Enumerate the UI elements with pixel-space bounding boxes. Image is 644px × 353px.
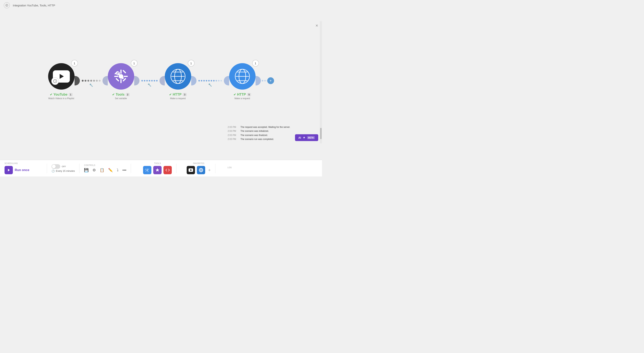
wrench-icon-3[interactable]: 🔧: [208, 83, 212, 87]
globe-icon-1: [170, 68, 186, 85]
tools-section: TOOLS: [143, 162, 172, 174]
module-youtube-label: ✔ YouTube 1 Watch Videos in a Playlist: [48, 93, 74, 100]
globe-fav-icon: [199, 168, 203, 172]
module-http1-name: ✔ HTTP 3: [169, 93, 187, 96]
log-msg-4: The scenario run was completed.: [240, 137, 274, 141]
tools-icon-row: [143, 166, 172, 174]
toggle-off-label: OFF: [62, 165, 66, 168]
log-entry-1: 2:03 PM The request was accepted. Waitin…: [228, 125, 318, 129]
log-msg-1: The request was accepted. Waiting for th…: [240, 125, 290, 129]
module-http2-badge: 5: [247, 93, 251, 96]
schedule-frequency: 🕐 Every 15 minutes: [52, 170, 75, 173]
notes-icon[interactable]: 📋: [100, 168, 104, 172]
connector-dots-1: [80, 80, 102, 82]
module-tools-label: ✔ Tools 2 Set variable: [112, 93, 130, 100]
controls-label: CONTROLS: [84, 164, 95, 166]
save-icon[interactable]: 💾: [84, 168, 89, 172]
settings-icon[interactable]: ⚙: [92, 168, 96, 172]
svg-rect-3: [120, 70, 122, 74]
module-youtube-name: ✔ YouTube 1: [48, 93, 74, 96]
youtube-fav-button[interactable]: [187, 166, 195, 174]
frequency-label: Every 15 minutes: [56, 170, 75, 172]
wrench-icon-1[interactable]: 🔧: [89, 83, 93, 87]
toggle-knob: [52, 165, 56, 168]
module-http2[interactable]: 1 ✔ HTTP 5 Make a request: [229, 63, 256, 100]
close-button[interactable]: ✕: [314, 23, 319, 28]
controls-icons: 💾 ⚙ 📋 ✏️ ⤵ •••: [84, 168, 126, 172]
log-section: LOG: [228, 166, 232, 170]
log-msg-2: The scenario was initialized.: [240, 129, 269, 133]
run-once-button[interactable]: Run once: [4, 166, 29, 174]
log-time-2: 2:03 PM: [228, 129, 238, 133]
globe-fav-button[interactable]: [197, 166, 205, 174]
tools-section-label: TOOLS: [154, 162, 161, 164]
ai-icon: [302, 136, 306, 139]
youtube-clock-icon: [51, 77, 59, 85]
check-icon-http2: ✔: [234, 93, 236, 96]
divider-1: [47, 164, 47, 173]
code-icon: [165, 168, 170, 172]
module-tools-badge: 2: [126, 93, 130, 96]
check-icon-http1: ✔: [169, 93, 172, 96]
back-button[interactable]: [4, 2, 10, 8]
log-time-4: 2:03 PM: [228, 137, 238, 141]
module-http2-subtitle: Make a request: [234, 97, 251, 100]
connector-tab-left-4: [224, 76, 229, 85]
gear-icon: [145, 168, 150, 172]
flow-icon[interactable]: ⤵: [117, 168, 118, 172]
module-youtube-subtitle: Watch Videos in a Playlist: [48, 97, 74, 100]
more-icon[interactable]: •••: [122, 168, 126, 172]
divider-3: [131, 164, 131, 173]
beta-badge: BETA: [307, 136, 315, 139]
header: Integration YouTube, Tools, HTTP: [0, 0, 322, 10]
star-icon: [155, 168, 160, 172]
run-once-play-icon: [4, 166, 13, 174]
favorites-section: FAVORITES +: [187, 162, 211, 174]
module-http2-name: ✔ HTTP 5: [234, 93, 251, 96]
svg-rect-9: [116, 78, 119, 82]
divider-2: [79, 164, 80, 173]
check-icon-tools: ✔: [112, 93, 114, 96]
code-tool-button[interactable]: [164, 166, 172, 174]
connector-tab-right-end: [256, 76, 261, 85]
connector-dots-2: [140, 80, 160, 81]
svg-rect-5: [114, 76, 118, 77]
bottom-bar: SCHEDULING Run once OFF 🕐 Every 15 minut…: [0, 160, 322, 176]
wrench-icon-2[interactable]: 🔧: [148, 83, 151, 87]
connector-tab-left-3: [160, 76, 165, 85]
play-icon: [7, 168, 10, 172]
module-youtube[interactable]: 1 ✔ YouTube 1 Wa: [48, 63, 74, 100]
schedule-toggle[interactable]: [52, 164, 60, 169]
connector-dots-3: [196, 80, 224, 81]
http2-circle: [229, 63, 256, 90]
star-tool-button[interactable]: [153, 166, 162, 174]
gear-tool-button[interactable]: [143, 166, 151, 174]
connector-1: 🔧: [74, 76, 108, 85]
http1-circle: [165, 63, 191, 90]
tools-circle: [108, 63, 134, 90]
log-time-1: 2:03 PM: [228, 125, 238, 129]
module-tools[interactable]: 1: [108, 63, 134, 100]
connector-end: +: [256, 76, 274, 85]
module-badge-3: 1: [188, 60, 194, 66]
globe-icon-2: [234, 68, 251, 85]
add-favorite-button[interactable]: +: [208, 167, 211, 173]
connector-2: 🔧: [134, 76, 165, 85]
run-once-label: Run once: [15, 168, 29, 172]
favorites-icon-row: +: [187, 166, 211, 174]
yt-fav-icon: [188, 168, 193, 172]
module-http1-label: ✔ HTTP 3 Make a request: [169, 93, 187, 100]
module-http1-badge: 3: [183, 93, 187, 96]
module-youtube-badge: 1: [69, 93, 73, 96]
add-module-button[interactable]: +: [267, 77, 274, 84]
ai-button[interactable]: AI BETA: [295, 134, 318, 141]
favorites-label: FAVORITES: [193, 162, 204, 164]
svg-rect-6: [124, 76, 128, 77]
svg-point-0: [6, 4, 8, 6]
scrollbar[interactable]: [320, 21, 322, 143]
page-title: Integration YouTube, Tools, HTTP: [13, 4, 55, 7]
wand-icon[interactable]: ✏️: [108, 168, 113, 172]
canvas-area: 1 ✔ YouTube 1 Wa: [0, 10, 322, 160]
module-http1[interactable]: 1 ✔ HTTP 3 Make a request: [165, 63, 191, 100]
connector-tab-right-2: [134, 76, 140, 85]
